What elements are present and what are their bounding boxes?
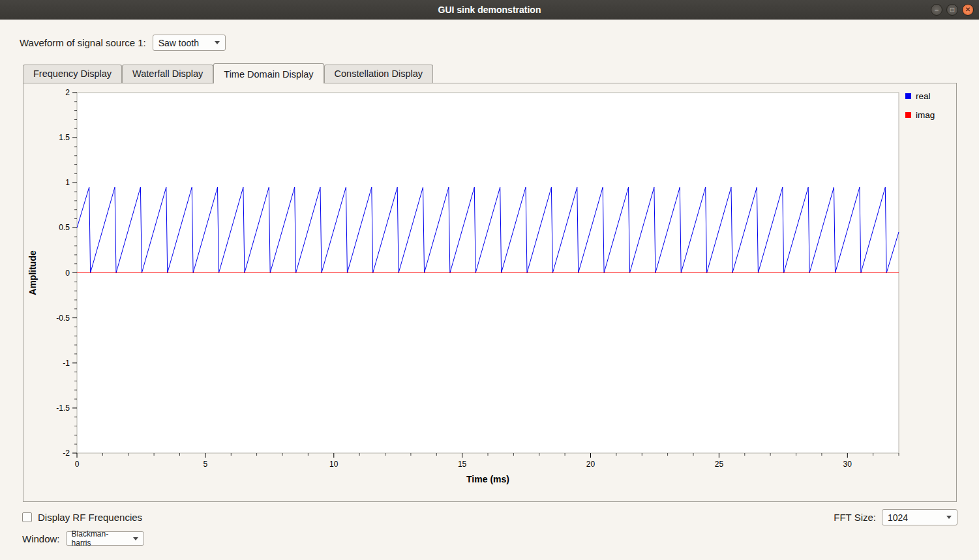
legend-item-imag[interactable]: imag <box>905 110 935 120</box>
titlebar[interactable]: GUI sink demonstration ‒ □ ✕ <box>0 0 979 20</box>
x-axis-title: Time (ms) <box>466 474 509 484</box>
legend-label: real <box>916 91 931 101</box>
time-domain-plot[interactable]: 21.510.50-0.5-1-1.5-2051015202530Time (m… <box>25 87 902 493</box>
waveform-source-row: Waveform of signal source 1: Saw tooth <box>20 35 979 51</box>
x-tick-label: 5 <box>203 460 208 469</box>
window-function-value: Blackman-harris <box>72 529 125 548</box>
x-tick-label: 15 <box>458 460 467 469</box>
close-button[interactable]: ✕ <box>962 4 974 16</box>
display-panel: 21.510.50-0.5-1-1.5-2051015202530Time (m… <box>23 83 957 502</box>
waveform-select[interactable]: Saw tooth <box>153 35 226 51</box>
tab-time-domain-display[interactable]: Time Domain Display <box>213 63 324 83</box>
window-function-select[interactable]: Blackman-harris <box>66 531 144 546</box>
tab-waterfall-display[interactable]: Waterfall Display <box>122 65 213 83</box>
chevron-down-icon <box>946 516 952 519</box>
display-rf-label: Display RF Frequencies <box>38 512 142 523</box>
waveform-source-label: Waveform of signal source 1: <box>20 37 146 48</box>
y-tick-label: 0 <box>65 269 70 278</box>
legend-item-real[interactable]: real <box>905 91 935 101</box>
chevron-down-icon <box>215 41 220 44</box>
x-tick-label: 10 <box>329 460 339 469</box>
tab-bar: Frequency DisplayWaterfall DisplayTime D… <box>23 62 979 83</box>
y-tick-label: -2 <box>63 449 70 458</box>
minimize-button[interactable]: ‒ <box>931 4 942 16</box>
window-title: GUI sink demonstration <box>0 5 979 15</box>
x-tick-label: 20 <box>586 460 595 469</box>
legend-swatch-icon <box>905 93 911 99</box>
legend-label: imag <box>916 110 935 120</box>
fft-size-value: 1024 <box>888 512 908 523</box>
y-tick-label: -1.5 <box>56 404 70 413</box>
y-tick-label: 1.5 <box>59 133 70 142</box>
fft-size-label: FFT Size: <box>834 512 876 523</box>
display-rf-group[interactable]: Display RF Frequencies <box>22 512 142 523</box>
y-axis-title: Amplitude <box>27 250 38 295</box>
y-tick-label: -0.5 <box>56 314 70 323</box>
window-function-label: Window: <box>22 533 60 544</box>
y-tick-label: 1 <box>65 178 70 187</box>
legend-swatch-icon <box>905 112 911 118</box>
tab-constellation-display[interactable]: Constellation Display <box>324 65 433 83</box>
display-rf-checkbox[interactable] <box>22 512 32 522</box>
x-tick-label: 30 <box>843 460 852 469</box>
chevron-down-icon <box>133 537 138 540</box>
close-icon: ✕ <box>965 7 971 13</box>
maximize-icon: □ <box>950 7 954 13</box>
window-controls: ‒ □ ✕ <box>931 4 974 16</box>
app-window: GUI sink demonstration ‒ □ ✕ Waveform of… <box>0 0 979 560</box>
fft-size-group: FFT Size: 1024 <box>834 509 957 525</box>
x-tick-label: 25 <box>715 460 724 469</box>
y-tick-label: -1 <box>63 359 70 368</box>
y-tick-label: 0.5 <box>59 223 70 232</box>
tab-frequency-display[interactable]: Frequency Display <box>23 65 122 83</box>
chart-legend: realimag <box>905 91 935 120</box>
y-tick-label: 2 <box>65 88 70 97</box>
minimize-icon: ‒ <box>935 7 939 13</box>
footer-row-2: Window: Blackman-harris <box>22 531 957 546</box>
footer-row-1: Display RF Frequencies FFT Size: 1024 <box>22 509 957 525</box>
waveform-select-value: Saw tooth <box>158 38 199 48</box>
fft-size-select[interactable]: 1024 <box>882 509 957 525</box>
maximize-button[interactable]: □ <box>946 4 958 16</box>
x-tick-label: 0 <box>75 460 80 469</box>
